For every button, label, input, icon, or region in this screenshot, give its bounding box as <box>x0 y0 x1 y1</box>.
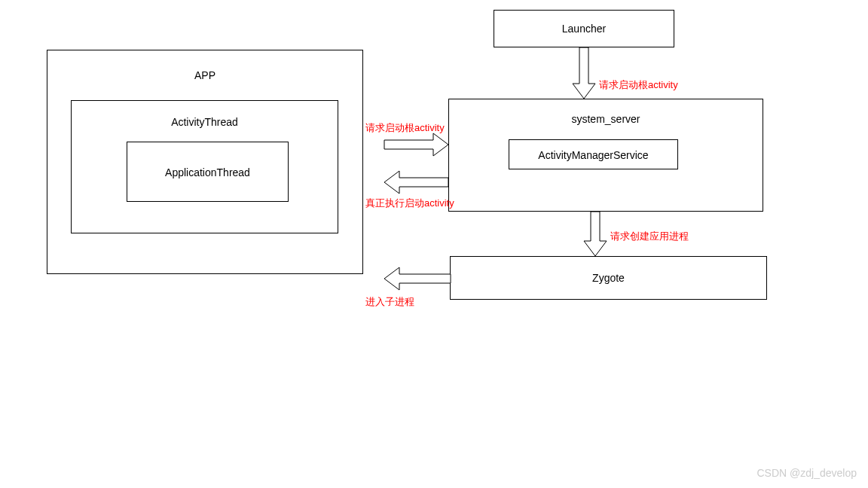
arrow-system-to-app <box>384 171 448 194</box>
watermark: CSDN @zdj_develop <box>757 467 857 479</box>
label-app-to-system: 请求启动根activity <box>365 121 445 135</box>
ams-label: ActivityManagerService <box>509 149 677 161</box>
activity-thread-label: ActivityThread <box>72 116 338 128</box>
arrow-launcher-to-system <box>573 47 595 99</box>
label-zygote-to-app: 进入子进程 <box>365 295 414 309</box>
app-label: APP <box>47 69 362 81</box>
label-system-to-zygote: 请求创建应用进程 <box>610 230 689 243</box>
zygote-box: Zygote <box>450 256 767 300</box>
label-launcher-to-system: 请求启动根activity <box>599 78 678 92</box>
arrow-app-to-system <box>384 133 448 156</box>
zygote-label: Zygote <box>451 272 766 284</box>
label-system-to-app: 真正执行启动activity <box>365 197 454 210</box>
application-thread-label: ApplicationThread <box>127 166 288 178</box>
arrow-system-to-zygote <box>584 212 607 256</box>
launcher-label: Launcher <box>494 23 674 35</box>
system-server-label: system_server <box>449 113 763 125</box>
arrow-zygote-to-app <box>384 267 451 290</box>
launcher-box: Launcher <box>494 10 674 47</box>
application-thread-box: ApplicationThread <box>127 142 289 202</box>
ams-box: ActivityManagerService <box>509 139 678 169</box>
